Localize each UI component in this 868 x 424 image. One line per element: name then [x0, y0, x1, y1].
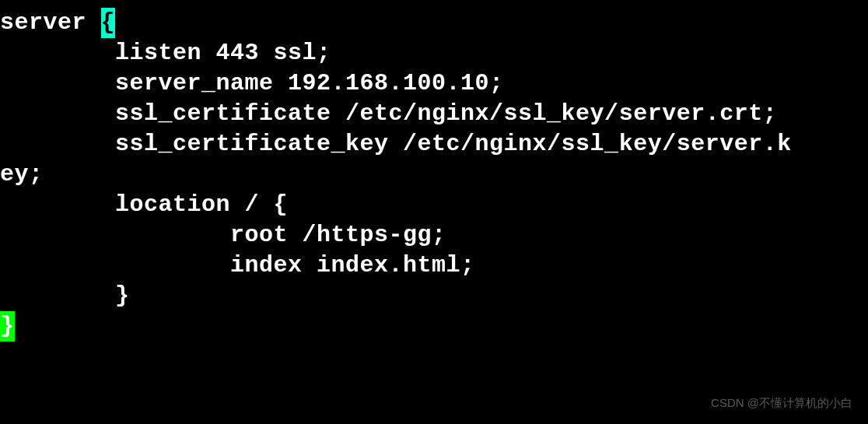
watermark-text: CSDN @不懂计算机的小白 [711, 395, 852, 411]
code-line-6: ey; [0, 159, 868, 190]
code-line-9: root /https-gg; [0, 220, 868, 251]
code-line-5: ssl_certificate_key /etc/nginx/ssl_key/s… [0, 129, 868, 159]
code-line-8: location / { [0, 190, 868, 220]
close-brace-highlighted: } [0, 311, 15, 342]
server-keyword: server [0, 9, 101, 36]
open-brace-highlighted: { [101, 8, 116, 38]
code-line-11: } [0, 281, 868, 311]
code-line-1: server { [0, 8, 868, 38]
code-line-3: server_name 192.168.100.10; [0, 68, 868, 99]
code-line-10: index index.html; [0, 251, 868, 281]
code-line-4: ssl_certificate /etc/nginx/ssl_key/serve… [0, 99, 868, 129]
code-line-12: } [0, 311, 868, 342]
code-line-2: listen 443 ssl; [0, 38, 868, 68]
